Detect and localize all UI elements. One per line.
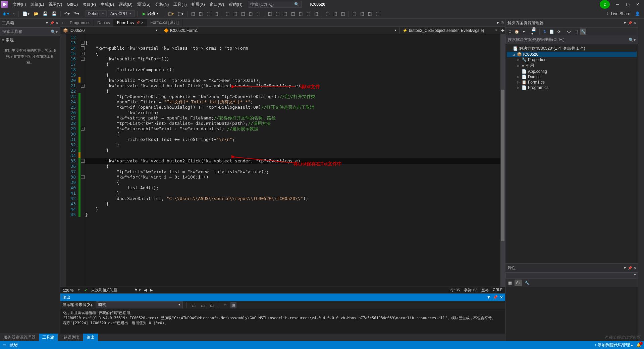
menu-build[interactable]: 生成(B) <box>99 1 116 8</box>
minimize-button[interactable]: ─ <box>612 0 623 9</box>
tab-form1[interactable]: Form1.cs📌 ✕ <box>114 19 147 27</box>
redo-button[interactable]: ↷▾ <box>72 10 80 17</box>
tab-program[interactable]: Program.cs <box>66 19 94 27</box>
close-icon[interactable]: ✕ <box>55 21 58 25</box>
quick-search[interactable]: 搜索 (Ctrl+Q) 🔍 <box>248 1 302 8</box>
output-btn4[interactable]: ≡ <box>223 302 228 308</box>
split-btn[interactable]: ✚ <box>500 28 505 33</box>
notification-badge[interactable]: 2 <box>600 0 610 9</box>
tb-icon-8[interactable]: ⬚ <box>232 10 238 17</box>
sln-sync-icon[interactable]: ↻ <box>542 29 548 35</box>
tb-icon-19[interactable]: ⬚ <box>324 10 331 17</box>
sln-search[interactable]: 搜索解决方案资源管理器(Ctrl+;) 🔍▾ <box>505 36 638 44</box>
save-all-button[interactable]: 💾 <box>50 10 58 17</box>
tree-project[interactable]: ◢📦IC00520 <box>507 52 637 57</box>
menu-git[interactable]: Git(G) <box>65 1 80 8</box>
close-icon[interactable]: ✕ <box>500 295 503 300</box>
props-wrench-icon[interactable]: 🔧 <box>523 280 531 286</box>
forward-button[interactable]: ◦ <box>12 10 16 17</box>
nav-project[interactable]: 📦IC00520▼ <box>60 28 161 34</box>
tb-icon-14[interactable]: ⬚ <box>282 10 288 17</box>
sln-dd-icon[interactable]: ▾ <box>521 29 527 35</box>
tree-properties[interactable]: ▷🔧Properties <box>507 57 637 62</box>
menu-tools[interactable]: 工具(T) <box>171 1 189 8</box>
save-button[interactable]: 💾 <box>41 10 49 17</box>
tab-errorlist[interactable]: 错误列表 <box>60 334 83 341</box>
open-button[interactable]: 📂 <box>32 10 40 17</box>
props-az-icon[interactable]: A↓ <box>515 280 522 286</box>
eol-indicator[interactable]: CRLF <box>493 288 502 293</box>
undo-button[interactable]: ↶▾ <box>63 10 71 17</box>
tab-output[interactable]: 输出 <box>83 334 98 341</box>
tb-icon-17[interactable]: ⬚ <box>305 10 312 17</box>
indent-indicator[interactable]: 空格 <box>481 288 489 293</box>
platform-dropdown[interactable]: Any CPU▼ <box>108 10 135 17</box>
code-editor[interactable]: 1213141516171819202122232425262728293031… <box>60 34 505 287</box>
tree-appconfig[interactable]: 📄App.config <box>507 69 637 74</box>
tb-icon-10[interactable]: ⬚ <box>248 10 254 17</box>
tb-icon-15[interactable]: ⬚ <box>290 10 296 17</box>
tree-form1[interactable]: ▷📋Form1.cs <box>507 80 637 85</box>
props-cat-icon[interactable]: ▦ <box>507 280 513 286</box>
output-btn5[interactable]: ⊞ <box>230 302 236 308</box>
tb-icon-2[interactable]: ⬚▾ <box>176 10 185 17</box>
output-btn3[interactable]: ⬚ <box>209 302 215 308</box>
menu-debug[interactable]: 调试(D) <box>117 1 135 8</box>
config-dropdown[interactable]: Debug▼ <box>86 10 107 17</box>
tb-icon-9[interactable]: ⬚ <box>240 10 246 17</box>
pin-icon[interactable]: 📌 <box>628 21 632 25</box>
tree-solution-root[interactable]: 📑解决方案"IC00520"(1 个项目/共 1 个) <box>507 45 637 52</box>
output-btn2[interactable]: ⬚ <box>200 302 206 308</box>
output-btn1[interactable]: ⬚ <box>191 302 197 308</box>
notif-bell-icon[interactable]: 🔔1 <box>636 343 641 347</box>
vertical-scrollbar[interactable] <box>500 34 505 287</box>
tb-icon-16[interactable]: ⬚ <box>298 10 304 17</box>
sln-refresh-icon[interactable]: ⟳ <box>556 29 562 35</box>
menu-analyze[interactable]: 分析(N) <box>153 1 171 8</box>
tb-icon-23[interactable]: ⬚ <box>359 10 365 17</box>
issue-nav[interactable]: ⚑ ▾ ◀ ▶ <box>135 288 152 292</box>
tb-icon-13[interactable]: ⬚ <box>274 10 281 17</box>
tb-icon-12[interactable]: ⬚ <box>267 10 273 17</box>
tb-icon-7[interactable]: ⬚ <box>224 10 231 17</box>
menu-project[interactable]: 项目(P) <box>80 1 98 8</box>
maximize-button[interactable]: ▢ <box>623 0 633 9</box>
sln-home2-icon[interactable]: 🏠 <box>514 29 520 35</box>
close-button[interactable]: ✕ <box>633 0 643 9</box>
close-icon[interactable]: ✕ <box>633 266 636 270</box>
tb-icon-24[interactable]: ⬚ <box>367 10 373 17</box>
issue-status[interactable]: 未找到相关问题 <box>91 288 117 293</box>
tab-form1-design[interactable]: Form1.cs [设计] <box>147 19 182 27</box>
new-project-button[interactable]: 📄▾ <box>21 10 31 17</box>
tree-dao[interactable]: ▷📄Dao.cs <box>507 74 637 80</box>
live-share[interactable]: ⇪ Live Share 👤 <box>603 11 643 16</box>
tabs-fullscreen[interactable]: ⊕ <box>500 20 504 25</box>
source-control[interactable]: ↑ 添加到源代码管理 ▴ <box>594 342 633 348</box>
menu-extensions[interactable]: 扩展(X) <box>190 1 207 8</box>
tb-icon-3[interactable]: ⬚ <box>190 10 196 17</box>
tab-toolbox[interactable]: 工具箱 <box>39 334 58 341</box>
sln-wrench-icon[interactable]: 🔧 <box>580 29 586 35</box>
start-button[interactable]: ▶启动▼ <box>140 10 162 17</box>
tb-icon-21[interactable]: ⬚ <box>340 10 346 17</box>
menu-edit[interactable]: 编辑(E) <box>29 1 46 8</box>
nav-member[interactable]: ⚡button2_Click(object sender, EventArgs … <box>400 28 500 34</box>
sln-save-icon[interactable]: 💾▾ <box>531 29 537 35</box>
toolbox-search[interactable]: 搜索工具箱 🔍▾ <box>0 28 60 36</box>
menu-file[interactable]: 文件(F) <box>11 1 28 8</box>
sln-code-icon[interactable]: <> <box>566 29 572 35</box>
tab-dao[interactable]: Dao.cs <box>94 19 113 27</box>
menu-window[interactable]: 窗口(W) <box>208 1 226 8</box>
output-source-dropdown[interactable]: 调试▼ <box>96 301 183 308</box>
zoom-level[interactable]: 128 % <box>63 288 73 292</box>
tree-program[interactable]: ▷📄Program.cs <box>507 85 637 90</box>
props-object-dd[interactable]: ▼ <box>505 272 638 279</box>
tab-close-icon[interactable]: 📌 ✕ <box>136 21 144 24</box>
tab-server-explorer[interactable]: 服务器资源管理器 <box>0 334 39 341</box>
tree-references[interactable]: ▷▪▪引用 <box>507 62 637 69</box>
pin-icon[interactable]: 📌 <box>628 266 632 270</box>
tb-icon-25[interactable]: ⬚ <box>374 10 381 17</box>
dropdown-icon[interactable]: ▼ <box>623 266 627 270</box>
close-icon[interactable]: ✕ <box>633 21 636 25</box>
menu-view[interactable]: 视图(V) <box>47 1 64 8</box>
